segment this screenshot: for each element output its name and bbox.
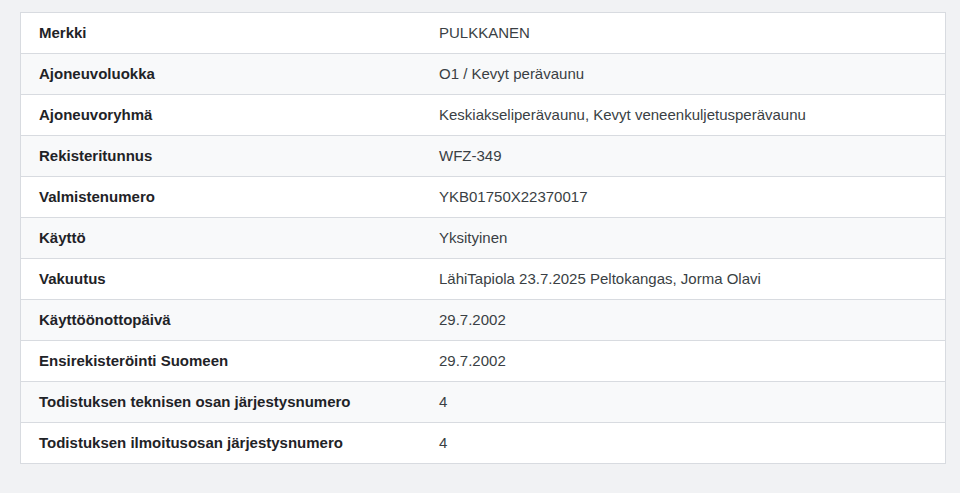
table-row: Valmistenumero YKB01750X22370017 bbox=[21, 176, 945, 217]
vehicle-info-table: Merkki PULKKANEN Ajoneuvoluokka O1 / Kev… bbox=[20, 12, 946, 464]
row-label: Käyttö bbox=[21, 218, 421, 258]
row-label: Merkki bbox=[21, 13, 421, 53]
row-value: YKB01750X22370017 bbox=[421, 177, 945, 217]
row-value: O1 / Kevyt perävaunu bbox=[421, 54, 945, 94]
table-row: Ajoneuvoryhmä Keskiakseliperävaunu, Kevy… bbox=[21, 94, 945, 135]
row-value: LähiTapiola 23.7.2025 Peltokangas, Jorma… bbox=[421, 259, 945, 299]
row-label: Todistuksen ilmoitusosan järjestysnumero bbox=[21, 423, 421, 463]
table-row: Rekisteritunnus WFZ-349 bbox=[21, 135, 945, 176]
row-value: Yksityinen bbox=[421, 218, 945, 258]
row-label: Rekisteritunnus bbox=[21, 136, 421, 176]
row-label: Ajoneuvoluokka bbox=[21, 54, 421, 94]
row-value: WFZ-349 bbox=[421, 136, 945, 176]
table-row: Käyttö Yksityinen bbox=[21, 217, 945, 258]
row-value: 29.7.2002 bbox=[421, 300, 945, 340]
table-row: Ajoneuvoluokka O1 / Kevyt perävaunu bbox=[21, 53, 945, 94]
table-row: Merkki PULKKANEN bbox=[21, 13, 945, 53]
row-value: 29.7.2002 bbox=[421, 341, 945, 381]
table-row: Todistuksen ilmoitusosan järjestysnumero… bbox=[21, 422, 945, 463]
row-label: Valmistenumero bbox=[21, 177, 421, 217]
row-value: 4 bbox=[421, 382, 945, 422]
table-row: Vakuutus LähiTapiola 23.7.2025 Peltokang… bbox=[21, 258, 945, 299]
row-value: Keskiakseliperävaunu, Kevyt veneenkuljet… bbox=[421, 95, 945, 135]
row-label: Ajoneuvoryhmä bbox=[21, 95, 421, 135]
row-label: Vakuutus bbox=[21, 259, 421, 299]
table-row: Käyttöönottopäivä 29.7.2002 bbox=[21, 299, 945, 340]
row-label: Ensirekisteröinti Suomeen bbox=[21, 341, 421, 381]
row-label: Todistuksen teknisen osan järjestysnumer… bbox=[21, 382, 421, 422]
row-value: 4 bbox=[421, 423, 945, 463]
row-value: PULKKANEN bbox=[421, 13, 945, 53]
table-row: Ensirekisteröinti Suomeen 29.7.2002 bbox=[21, 340, 945, 381]
row-label: Käyttöönottopäivä bbox=[21, 300, 421, 340]
table-row: Todistuksen teknisen osan järjestysnumer… bbox=[21, 381, 945, 422]
